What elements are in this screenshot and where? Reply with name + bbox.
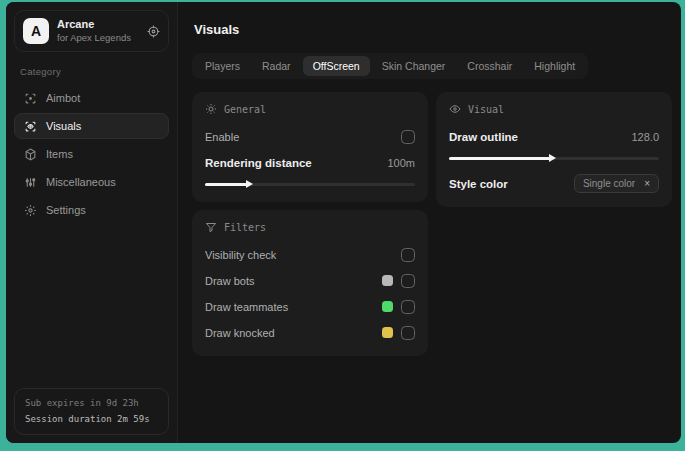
- filters-panel-title: Filters: [224, 222, 266, 233]
- sliders-icon: [24, 176, 37, 189]
- visual-panel-header: Visual: [449, 103, 659, 115]
- visual-panel: Visual Draw outline 128.0 Style color: [436, 92, 672, 207]
- style-color-label: Style color: [449, 178, 508, 190]
- slider-thumb[interactable]: [549, 154, 556, 162]
- enable-checkbox[interactable]: [401, 130, 415, 144]
- tab-players[interactable]: Players: [195, 56, 250, 76]
- draw-knocked-controls: [382, 326, 415, 340]
- rendering-distance-label: Rendering distance: [205, 157, 312, 169]
- visibility-check-label: Visibility check: [205, 249, 276, 261]
- session-duration-text: Session duration 2m 59s: [25, 412, 158, 427]
- draw-knocked-row: Draw knocked: [205, 322, 415, 343]
- app-window: A Arcane for Apex Legends Category: [6, 2, 681, 443]
- main-content: Visuals Players Radar OffScreen Skin Cha…: [178, 2, 681, 443]
- sidebar-item-label: Items: [46, 148, 73, 160]
- sidebar-item-settings[interactable]: Settings: [14, 197, 169, 223]
- subscription-info-box: Sub expires in 9d 23h Session duration 2…: [14, 388, 169, 435]
- sidebar-item-aimbot[interactable]: Aimbot: [14, 85, 169, 111]
- eye-icon: [449, 103, 461, 115]
- style-color-row: Style color Single color ×: [449, 173, 659, 194]
- draw-teammates-label: Draw teammates: [205, 301, 288, 313]
- draw-outline-row: Draw outline 128.0: [449, 126, 659, 147]
- left-column: General Enable Rendering distance 100m: [192, 92, 428, 356]
- draw-knocked-color-swatch[interactable]: [382, 327, 393, 338]
- brand-text: Arcane for Apex Legends: [57, 18, 139, 44]
- slider-thumb[interactable]: [246, 180, 253, 188]
- panels-area: General Enable Rendering distance 100m: [192, 92, 672, 356]
- general-panel-title: General: [224, 104, 266, 115]
- app-name: Arcane: [57, 18, 139, 32]
- draw-teammates-checkbox[interactable]: [401, 300, 415, 314]
- rendering-distance-value: 100m: [387, 157, 415, 169]
- draw-teammates-color-swatch[interactable]: [382, 301, 393, 312]
- visibility-check-checkbox[interactable]: [401, 248, 415, 262]
- right-column: Visual Draw outline 128.0 Style color: [436, 92, 672, 356]
- draw-outline-label: Draw outline: [449, 131, 518, 143]
- sidebar-item-visuals[interactable]: Visuals: [14, 113, 169, 139]
- draw-bots-color-swatch[interactable]: [382, 275, 393, 286]
- sidebar-item-label: Visuals: [46, 120, 81, 132]
- category-label: Category: [20, 66, 163, 77]
- tab-radar[interactable]: Radar: [252, 56, 301, 76]
- crosshair-target-icon[interactable]: [147, 25, 160, 38]
- draw-knocked-checkbox[interactable]: [401, 326, 415, 340]
- tab-bar: Players Radar OffScreen Skin Changer Cro…: [192, 53, 588, 79]
- brand-card: A Arcane for Apex Legends: [14, 10, 169, 52]
- draw-bots-checkbox[interactable]: [401, 274, 415, 288]
- page-title: Visuals: [194, 22, 672, 37]
- sidebar-item-label: Miscellaneous: [46, 176, 116, 188]
- crosshair-scan-icon: [24, 92, 37, 105]
- enable-row: Enable: [205, 126, 415, 147]
- tab-offscreen[interactable]: OffScreen: [303, 56, 370, 76]
- rendering-distance-slider[interactable]: [205, 179, 415, 189]
- sun-icon: [205, 103, 217, 115]
- draw-bots-controls: [382, 274, 415, 288]
- sidebar-item-items[interactable]: Items: [14, 141, 169, 167]
- tag-remove-icon[interactable]: ×: [644, 178, 650, 189]
- draw-teammates-controls: [382, 300, 415, 314]
- draw-bots-row: Draw bots: [205, 270, 415, 291]
- visual-panel-title: Visual: [468, 104, 504, 115]
- visibility-check-row: Visibility check: [205, 244, 415, 265]
- general-panel-header: General: [205, 103, 415, 115]
- filters-panel: Filters Visibility check Draw bots: [192, 210, 428, 356]
- sub-expires-text: Sub expires in 9d 23h: [25, 396, 158, 411]
- tab-highlight[interactable]: Highlight: [524, 56, 585, 76]
- draw-teammates-row: Draw teammates: [205, 296, 415, 317]
- funnel-icon: [205, 221, 217, 233]
- general-panel: General Enable Rendering distance 100m: [192, 92, 428, 202]
- filters-panel-header: Filters: [205, 221, 415, 233]
- sidebar-item-label: Settings: [46, 204, 86, 216]
- eye-scan-icon: [24, 120, 37, 133]
- gear-icon: [24, 204, 37, 217]
- rendering-distance-row: Rendering distance 100m: [205, 152, 415, 173]
- draw-knocked-label: Draw knocked: [205, 327, 275, 339]
- tab-skin-changer[interactable]: Skin Changer: [372, 56, 456, 76]
- draw-bots-label: Draw bots: [205, 275, 255, 287]
- cube-icon: [24, 148, 37, 161]
- style-color-tag[interactable]: Single color ×: [574, 174, 659, 193]
- tab-crosshair[interactable]: Crosshair: [457, 56, 522, 76]
- style-color-tag-text: Single color: [583, 178, 635, 189]
- slider-fill: [205, 183, 247, 186]
- sidebar-item-label: Aimbot: [46, 92, 80, 104]
- sidebar-item-miscellaneous[interactable]: Miscellaneous: [14, 169, 169, 195]
- draw-outline-slider[interactable]: [449, 153, 659, 163]
- sidebar: A Arcane for Apex Legends Category: [6, 2, 178, 443]
- draw-outline-value: 128.0: [631, 131, 659, 143]
- app-logo: A: [23, 18, 49, 44]
- enable-label: Enable: [205, 131, 239, 143]
- slider-fill: [449, 157, 550, 160]
- sidebar-spacer: [14, 225, 169, 388]
- app-subtitle: for Apex Legends: [57, 32, 139, 44]
